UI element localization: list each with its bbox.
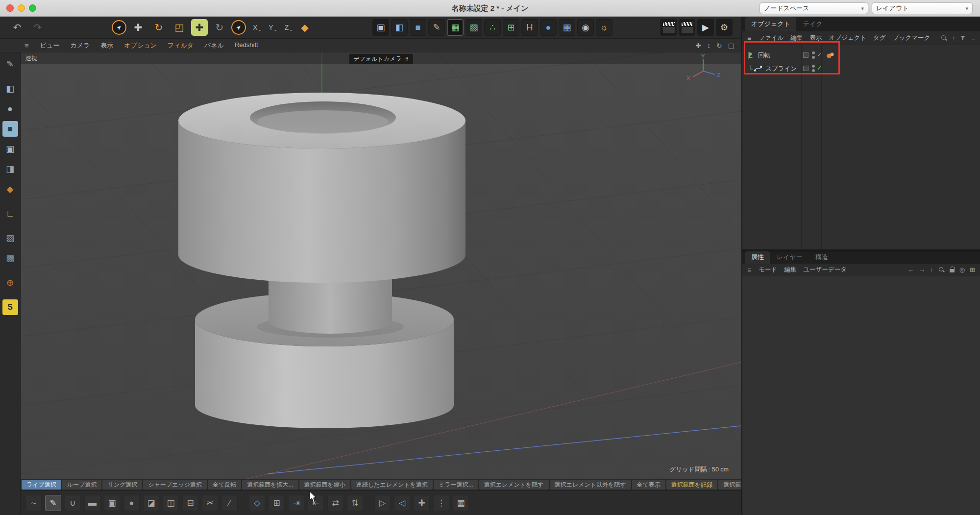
primitive-cube-button[interactable]: ■ [410,19,426,36]
stamp-tool-icon[interactable]: ▣ [104,495,120,511]
camera-label-pill[interactable]: デフォルトカメラ ⠿ [349,54,413,64]
snap-hatch-dark-icon[interactable]: ▩ [2,250,18,266]
arc-tool-icon[interactable]: ∼ [25,495,42,511]
texture-mode-icon[interactable]: ● [2,101,18,117]
lathe-object-mesh[interactable] [178,93,466,428]
layer-toggle[interactable] [803,52,808,58]
redo-icon[interactable]: ↷ [29,19,47,36]
slide-tool-icon[interactable]: ⇅ [347,495,363,511]
axis-mode-icon[interactable]: ⊕ [2,275,18,291]
rotate-tool[interactable]: ↻ [150,19,168,36]
am-menu-userdata[interactable]: ユーザーデータ [800,266,850,274]
tab-layers[interactable]: レイヤー [771,251,808,264]
undo-icon[interactable]: ↶ [8,19,26,36]
object-mode-icon[interactable]: ■ [2,121,18,137]
play-button[interactable]: ▶ [697,19,714,36]
iron-tool-icon[interactable]: ▬ [84,495,100,511]
attribute-manager-body[interactable] [742,276,980,515]
om-menu-view[interactable]: 表示 [806,34,825,42]
grid-array-icon[interactable]: ⋮ [433,495,449,511]
edge-mode-icon[interactable]: ◨ [2,161,18,177]
record-selection-button[interactable]: 選択範囲を記録 [666,480,717,490]
volume-button[interactable]: ● [540,19,557,36]
phong-tag-icon[interactable] [826,51,835,60]
object-manager-menu-icon[interactable]: ≡ [742,34,755,42]
lathe-object-icon[interactable] [746,51,755,60]
poke-tool-icon[interactable]: ⊞ [269,495,285,511]
spacing-button[interactable]: H [521,19,538,36]
menu-filter[interactable]: フィルタ [162,41,199,50]
om-menu-edit[interactable]: 編集 [787,34,806,42]
tab-attributes[interactable]: 属性 [745,251,770,264]
y-axis-lock[interactable]: Y [265,19,277,36]
search-icon[interactable] [941,35,947,41]
toggle-panels-icon[interactable]: ▢ [728,42,735,49]
editor-visibility-dot[interactable] [812,65,815,68]
active-tool-move[interactable]: ✚ [191,19,208,36]
render-visibility-dot[interactable] [812,69,815,72]
new-panel-icon[interactable]: ⊞ [970,266,975,273]
om-menu-bookmark[interactable]: ブックマーク [889,34,933,42]
hide-selected-button[interactable]: 選択エレメントを隠す [479,480,549,490]
invert-all-button[interactable]: 全て反転 [208,480,241,490]
shrink-selection-button[interactable]: 選択範囲を縮小 [299,480,350,490]
subdivision-surface-button[interactable]: ▦ [447,19,464,36]
snap-toggle-icon[interactable]: S [2,299,18,315]
workplane-mode-icon[interactable]: ∟ [2,206,18,221]
generator-button[interactable]: ▧ [466,19,482,36]
loop-selection-button[interactable]: ループ選択 [62,480,102,490]
recent-rotate-tool[interactable]: ↻ [211,19,228,36]
spline-pen-button[interactable]: ✎ [428,19,445,36]
parent-object-icon[interactable]: ↑ [930,266,933,273]
path-bar-icon[interactable]: ↑ [952,34,956,42]
render-clapper-button-1[interactable] [660,19,677,36]
enable-state-icon[interactable]: ✓ [817,64,822,72]
render-settings-button[interactable]: ⚙ [716,19,733,36]
live-selection-button[interactable]: ライブ選択 [22,480,61,490]
menu-camera[interactable]: カメラ [65,41,95,50]
model-mode-icon[interactable]: ◧ [2,81,18,97]
extrude-tool-icon[interactable]: ◫ [163,495,179,511]
lock-icon[interactable] [950,267,955,273]
om-menu-object[interactable]: オブジェクト [825,34,870,42]
visibility-dots[interactable] [812,65,815,72]
object-row-spline[interactable]: └ スプライン ✓ [742,62,980,75]
object-row-lathe[interactable]: 回転 ✓ [742,49,980,62]
panel-menu-icon[interactable]: ≡ [971,34,975,42]
swap-tool-icon[interactable]: ⇄ [327,495,343,511]
om-menu-tag[interactable]: タグ [870,34,889,42]
magnet-tool-icon[interactable]: ∪ [65,495,81,511]
center-tool-icon[interactable]: ✚ [414,495,430,511]
recent-selection-tool[interactable]: ➤ [231,20,246,35]
camera-button[interactable]: ◉ [577,19,594,36]
enable-state-icon[interactable]: ✓ [817,51,822,58]
hide-unselected-button[interactable]: 選択エレメント以外を隠す [550,480,631,490]
render-view-button[interactable]: ▣ [372,19,389,36]
search-icon[interactable] [938,267,945,273]
grow-selection-button[interactable]: 選択範囲を拡大... [242,480,298,490]
om-menu-file[interactable]: ファイル [755,34,787,42]
show-all-button[interactable]: 全て表示 [632,480,665,490]
viewport-menu-icon[interactable]: ≡ [22,41,35,49]
render-clapper-button-2[interactable] [679,19,695,36]
attribute-manager-menu-icon[interactable]: ≡ [742,266,755,274]
viewport[interactable]: 透視 デフォルトカメラ ⠿ Y X Z グリッド間隔 : 50 cm [21,52,741,479]
focus-icon[interactable]: ◎ [959,266,965,273]
menu-display[interactable]: 表示 [95,41,119,50]
tab-structure[interactable]: 構造 [809,251,834,264]
projection-label[interactable]: 透視 [25,55,37,62]
orbit-view-icon[interactable]: ↻ [716,42,722,49]
snap-hatch-icon[interactable]: ▨ [2,230,18,246]
filter-icon[interactable] [960,35,966,41]
coordinate-system-button[interactable]: ◆ [296,19,314,36]
loop-cut-icon[interactable]: ◇ [249,495,265,511]
layout-dropdown[interactable]: レイアウト ▾ [872,2,973,14]
axis-gizmo[interactable]: Y X Z [684,54,723,83]
menu-redshift[interactable]: Redshift [229,41,264,50]
object-name[interactable]: 回転 [758,51,770,60]
sharp-edge-selection-button[interactable]: シャープエッジ選択 [143,480,207,490]
align-left-icon[interactable]: ◁ [394,495,410,511]
cloner-button[interactable]: ∴ [484,19,501,36]
x-axis-lock[interactable]: X [249,19,262,36]
field-button[interactable]: ▦ [559,19,575,36]
